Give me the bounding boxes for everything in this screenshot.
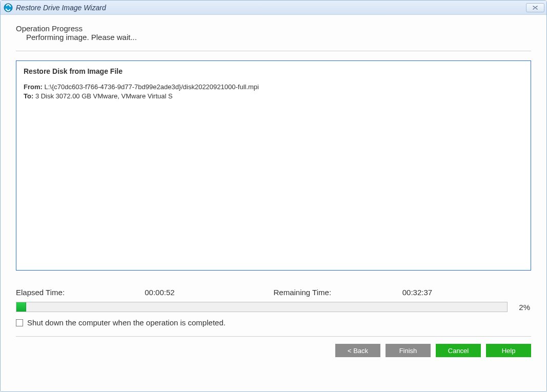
remaining-label: Remaining Time: [274,288,402,297]
content-area: Operation Progress Performing image. Ple… [1,15,546,391]
times-row: Elapsed Time: 00:00:52 Remaining Time: 0… [16,288,531,297]
shutdown-label: Shut down the computer when the operatio… [27,318,226,327]
from-row: From: L:\{c70dc603-f766-4736-9d77-7bd99e… [24,82,523,92]
from-label: From: [24,83,43,91]
cancel-button[interactable]: Cancel [436,344,481,357]
to-label: To: [24,92,33,100]
progress-row: 2% [16,302,531,312]
divider-bottom [16,336,531,337]
close-button[interactable] [526,3,544,12]
page-title: Operation Progress [16,24,531,33]
page-subtitle: Performing image. Please wait... [16,33,531,42]
shutdown-checkbox[interactable] [16,319,23,326]
back-button[interactable]: < Back [335,344,380,357]
finish-button[interactable]: Finish [386,344,431,357]
progress-percent: 2% [508,303,531,312]
elapsed-label: Elapsed Time: [16,288,145,297]
window-title: Restore Drive Image Wizard [16,4,526,12]
elapsed-value: 00:00:52 [145,288,273,297]
wizard-window: Restore Drive Image Wizard Operation Pro… [0,0,547,392]
info-panel: Restore Disk from Image File From: L:\{c… [16,60,531,271]
divider [16,51,531,51]
to-row: To: 3 Disk 3072.00 GB VMware, VMware Vir… [24,92,523,101]
app-icon [4,3,13,12]
remaining-value: 00:32:37 [402,288,531,297]
shutdown-row: Shut down the computer when the operatio… [16,318,531,327]
from-value: L:\{c70dc603-f766-4736-9d77-7bd99e2ade3d… [44,83,259,91]
heading-block: Operation Progress Performing image. Ple… [16,24,531,42]
progress-fill [16,302,26,312]
panel-heading: Restore Disk from Image File [24,67,523,75]
help-button[interactable]: Help [486,344,531,357]
to-value: 3 Disk 3072.00 GB VMware, VMware Virtual… [35,92,173,100]
button-row: < Back Finish Cancel Help [16,344,531,360]
titlebar[interactable]: Restore Drive Image Wizard [1,1,546,15]
progress-bar [16,302,508,312]
